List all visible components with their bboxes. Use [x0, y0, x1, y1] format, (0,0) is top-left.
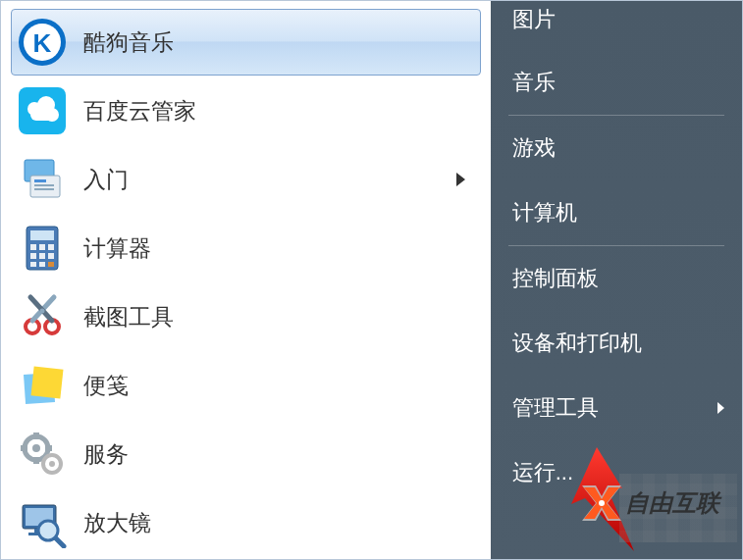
svg-rect-35 — [21, 445, 27, 451]
program-item-sticky-notes[interactable]: 便笺 — [11, 352, 481, 419]
svg-point-38 — [49, 461, 55, 467]
svg-rect-33 — [33, 433, 39, 439]
program-label: 放大镜 — [83, 508, 151, 538]
services-icon — [17, 429, 68, 480]
program-label: 服务 — [83, 439, 129, 470]
right-item-label: 计算机 — [512, 200, 577, 225]
program-label: 便笺 — [83, 371, 129, 401]
svg-rect-11 — [34, 184, 54, 186]
submenu-arrow-icon — [456, 173, 465, 186]
program-item-services[interactable]: 服务 — [11, 421, 481, 487]
kugou-icon: K — [17, 17, 68, 68]
right-item-games[interactable]: 游戏 — [491, 116, 742, 180]
baidu-cloud-icon — [17, 85, 68, 136]
calculator-icon — [17, 223, 68, 274]
snipping-tool-icon — [17, 291, 68, 342]
right-item-admin-tools[interactable]: 管理工具 — [491, 376, 742, 440]
program-label: 酷狗音乐 — [83, 27, 174, 58]
right-item-label: 运行... — [512, 460, 573, 484]
right-item-label: 设备和打印机 — [512, 331, 642, 355]
start-menu: K 酷狗音乐 百度云管家 — [0, 0, 743, 560]
right-item-label: 图片 — [512, 7, 556, 31]
svg-rect-21 — [30, 262, 36, 267]
svg-rect-16 — [39, 244, 45, 250]
svg-rect-36 — [45, 445, 52, 451]
svg-rect-22 — [39, 262, 45, 267]
program-label: 百度云管家 — [83, 96, 196, 127]
right-item-control-panel[interactable]: 控制面板 — [491, 246, 742, 311]
right-item-label: 音乐 — [512, 70, 556, 94]
right-item-label: 控制面板 — [512, 266, 599, 290]
magnifier-icon — [17, 497, 68, 548]
sticky-notes-icon — [17, 360, 68, 411]
right-item-run[interactable]: 运行... — [491, 440, 742, 505]
right-item-pictures[interactable]: 图片 — [491, 1, 742, 50]
right-item-music[interactable]: 音乐 — [491, 50, 742, 115]
svg-rect-23 — [48, 262, 54, 267]
program-item-getting-started[interactable]: 入门 — [11, 146, 481, 213]
right-item-label: 管理工具 — [512, 395, 599, 420]
places-panel: 图片 音乐 游戏 计算机 控制面板 设备和打印机 管理工具 运行... — [491, 1, 742, 559]
program-label: 截图工具 — [83, 302, 174, 332]
svg-rect-14 — [30, 230, 54, 240]
program-label: 计算器 — [83, 233, 151, 264]
svg-text:K: K — [33, 28, 52, 58]
program-item-magnifier[interactable]: 放大镜 — [11, 489, 481, 556]
right-item-label: 游戏 — [512, 135, 556, 160]
program-item-baidu-cloud[interactable]: 百度云管家 — [11, 77, 481, 144]
svg-rect-18 — [30, 253, 36, 259]
svg-rect-19 — [39, 253, 45, 259]
svg-line-44 — [56, 538, 64, 546]
svg-rect-7 — [30, 109, 56, 121]
svg-rect-12 — [34, 188, 54, 190]
right-item-computer[interactable]: 计算机 — [491, 180, 742, 245]
svg-rect-17 — [48, 244, 54, 250]
program-label: 入门 — [83, 165, 129, 195]
svg-rect-20 — [48, 253, 54, 259]
program-item-snipping-tool[interactable]: 截图工具 — [11, 283, 481, 350]
svg-rect-30 — [31, 367, 64, 399]
svg-point-28 — [40, 309, 45, 314]
programs-panel: K 酷狗音乐 百度云管家 — [1, 1, 491, 559]
program-item-calculator[interactable]: 计算器 — [11, 215, 481, 281]
svg-rect-34 — [33, 457, 39, 464]
svg-rect-10 — [34, 179, 46, 182]
program-item-kugou[interactable]: K 酷狗音乐 — [11, 9, 481, 76]
getting-started-icon — [17, 154, 68, 205]
submenu-arrow-icon — [717, 402, 724, 414]
svg-point-32 — [32, 444, 40, 452]
right-item-devices-printers[interactable]: 设备和打印机 — [491, 311, 742, 376]
svg-rect-15 — [30, 244, 36, 250]
